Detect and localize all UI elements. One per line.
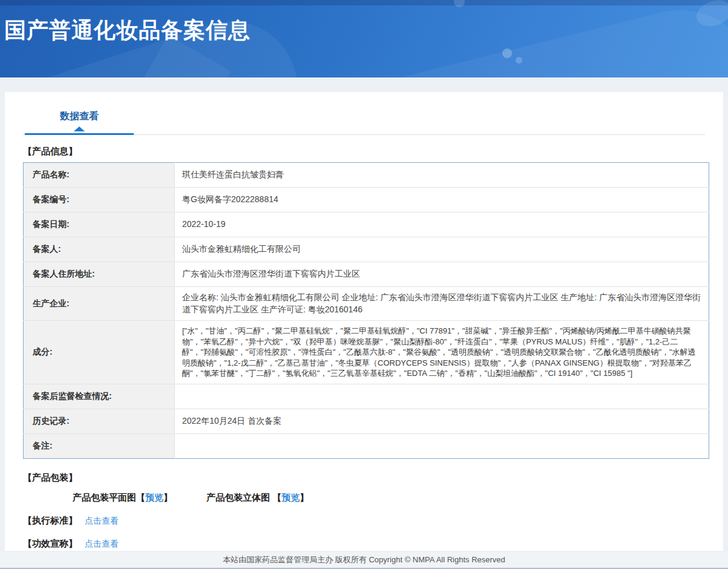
field-value: 企业名称: 汕头市金雅虹精细化工有限公司 企业地址: 广东省汕头市澄海区澄华街道… [175, 287, 709, 321]
field-label: 成分: [24, 321, 175, 384]
footer-copyright-text: 本站由国家药品监督管理局主办 版权所有 Copyright © NMPA All… [223, 554, 505, 565]
standard-row: 【执行标准】点击查看 [23, 515, 723, 527]
field-value [175, 433, 709, 458]
table-row-supervision-check: 备案后监督检查情况: [24, 384, 709, 409]
table-row-remarks: 备注: [24, 433, 709, 458]
field-label: 备案日期: [24, 212, 175, 237]
standard-view-link[interactable]: 点击查看 [85, 516, 119, 525]
packaging-stereo-label: 产品包装立体图 [206, 492, 272, 502]
bracket-open: 【 [272, 492, 281, 502]
field-value: ["水"，"甘油"，"丙二醇"，"聚二甲基硅氧烷"，"聚二甲基硅氧烷醇"，"CI… [175, 321, 709, 384]
tab-data-view[interactable]: 数据查看 [25, 110, 134, 135]
field-value: 粤G妆网备字2022288814 [175, 188, 709, 212]
field-value: 琪仕美纤连蛋白抗皱贵妇膏 [175, 163, 709, 188]
field-label: 生产企业: [24, 287, 175, 321]
field-label: 备案人住所地址: [24, 262, 175, 287]
header-decoration-circle [502, 48, 512, 58]
table-row-registrant-address: 备案人住所地址: 广东省汕头市澄海区澄华街道下窖窖内片工业区 [24, 262, 709, 287]
product-info-section-title: 【产品信息】 [23, 146, 723, 157]
field-value: 2022-10-19 [175, 212, 709, 237]
table-row-registrant: 备案人: 汕头市金雅虹精细化工有限公司 [24, 237, 709, 262]
bracket-close: 】 [163, 492, 172, 502]
standard-label: 【执行标准】 [23, 515, 77, 525]
field-label: 备案人: [24, 237, 175, 262]
field-label: 历史记录: [24, 409, 175, 433]
header-top-strip [0, 0, 728, 5]
footer: 本站由国家药品监督管理局主办 版权所有 Copyright © NMPA All… [0, 552, 728, 568]
packaging-flat-preview-link[interactable]: 预览 [145, 492, 163, 502]
header-decoration-circle [454, 0, 465, 7]
header-decoration-band [326, 0, 728, 77]
header-decoration-circle [516, 57, 522, 64]
field-value [175, 384, 709, 409]
efficacy-label: 【功效宣称】 [23, 538, 77, 548]
field-label: 备案编号: [24, 188, 175, 212]
table-row-manufacturer: 生产企业: 企业名称: 汕头市金雅虹精细化工有限公司 企业地址: 广东省汕头市澄… [24, 287, 709, 321]
packaging-section-title: 【产品包装】 [23, 472, 723, 484]
content-card: 数据查看 【产品信息】 产品名称: 琪仕美纤连蛋白抗皱贵妇膏 备案编号: 粤G妆… [5, 92, 723, 551]
efficacy-view-link[interactable]: 点击查看 [85, 539, 119, 548]
packaging-stereo-preview-link[interactable]: 预览 [281, 492, 300, 502]
table-row-registration-date: 备案日期: 2022-10-19 [24, 212, 709, 237]
field-value: 2022年10月24日 首次备案 [175, 409, 709, 433]
field-label: 备案后监督检查情况: [24, 384, 175, 409]
bracket-close: 】 [300, 492, 309, 502]
table-row-registration-number: 备案编号: 粤G妆网备字2022288814 [24, 188, 709, 212]
table-row-product-name: 产品名称: 琪仕美纤连蛋白抗皱贵妇膏 [24, 163, 709, 188]
efficacy-row: 【功效宣称】点击查看 [23, 538, 723, 550]
packaging-stereo-item: 产品包装立体图 【预览】 [206, 492, 309, 502]
field-value: 广东省汕头市澄海区澄华街道下窖窖内片工业区 [175, 262, 709, 287]
field-label: 产品名称: [24, 163, 175, 188]
product-info-table: 产品名称: 琪仕美纤连蛋白抗皱贵妇膏 备案编号: 粤G妆网备字202228881… [23, 162, 709, 459]
table-row-history: 历史记录: 2022年10月24日 首次备案 [24, 409, 709, 433]
field-value: 汕头市金雅虹精细化工有限公司 [175, 237, 709, 262]
page-title: 国产普通化妆品备案信息 [4, 16, 251, 45]
page-header: 国产普通化妆品备案信息 [0, 0, 728, 77]
bracket-open: 【 [136, 492, 145, 502]
tab-bar: 数据查看 [23, 110, 705, 135]
packaging-flat-item: 产品包装平面图【预览】 [73, 492, 175, 502]
table-row-ingredients: 成分: ["水"，"甘油"，"丙二醇"，"聚二甲基硅氧烷"，"聚二甲基硅氧烷醇"… [24, 321, 709, 384]
packaging-flat-label: 产品包装平面图 [73, 492, 136, 502]
field-label: 备注: [24, 433, 175, 458]
packaging-links-row: 产品包装平面图【预览】 产品包装立体图 【预览】 [73, 492, 723, 504]
